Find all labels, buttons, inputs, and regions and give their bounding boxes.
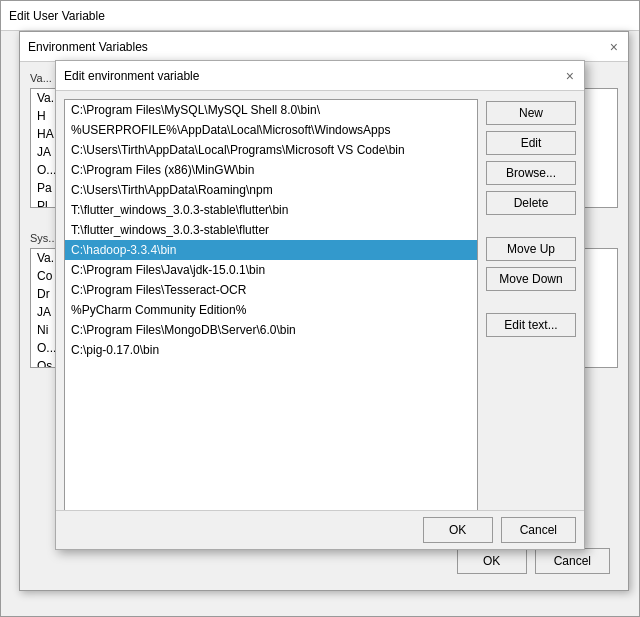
- edit-env-ok-button[interactable]: OK: [423, 517, 493, 543]
- path-item[interactable]: %USERPROFILE%\AppData\Local\Microsoft\Wi…: [65, 120, 477, 140]
- path-item[interactable]: C:\Program Files\MySQL\MySQL Shell 8.0\b…: [65, 100, 477, 120]
- path-item-selected[interactable]: C:\hadoop-3.3.4\bin: [65, 240, 477, 260]
- path-item[interactable]: C:\pig-0.17.0\bin: [65, 340, 477, 360]
- path-item[interactable]: C:\Users\Tirth\AppData\Roaming\npm: [65, 180, 477, 200]
- env-cancel-button[interactable]: Cancel: [535, 548, 610, 574]
- edit-text-button[interactable]: Edit text...: [486, 313, 576, 337]
- new-button[interactable]: New: [486, 101, 576, 125]
- edit-env-cancel-button[interactable]: Cancel: [501, 517, 576, 543]
- action-buttons-panel: New Edit Browse... Delete Move Up Move D…: [486, 99, 576, 541]
- env-variables-title: Environment Variables: [28, 40, 148, 54]
- path-list[interactable]: C:\Program Files\MySQL\MySQL Shell 8.0\b…: [64, 99, 478, 541]
- edit-env-close-button[interactable]: ×: [564, 69, 576, 83]
- path-item[interactable]: C:\Program Files (x86)\MinGW\bin: [65, 160, 477, 180]
- env-ok-button[interactable]: OK: [457, 548, 527, 574]
- path-item[interactable]: %PyCharm Community Edition%: [65, 300, 477, 320]
- env-variables-titlebar: Environment Variables ×: [20, 32, 628, 62]
- edit-env-variable-dialog: Edit environment variable × C:\Program F…: [55, 60, 585, 550]
- move-down-button[interactable]: Move Down: [486, 267, 576, 291]
- path-item[interactable]: T:\flutter_windows_3.0.3-stable\flutter: [65, 220, 477, 240]
- edit-env-content: C:\Program Files\MySQL\MySQL Shell 8.0\b…: [56, 91, 584, 549]
- env-variables-close-button[interactable]: ×: [608, 40, 620, 54]
- path-list-area: C:\Program Files\MySQL\MySQL Shell 8.0\b…: [64, 99, 478, 541]
- path-item[interactable]: C:\Program Files\Tesseract-OCR: [65, 280, 477, 300]
- button-spacer: [486, 221, 576, 231]
- edit-user-variable-titlebar: Edit User Variable: [1, 1, 639, 31]
- path-item[interactable]: C:\Program Files\MongoDB\Server\6.0\bin: [65, 320, 477, 340]
- path-item[interactable]: C:\Users\Tirth\AppData\Local\Programs\Mi…: [65, 140, 477, 160]
- edit-env-footer: OK Cancel: [56, 510, 584, 549]
- edit-user-variable-title: Edit User Variable: [9, 9, 105, 23]
- edit-env-title: Edit environment variable: [64, 69, 199, 83]
- edit-button[interactable]: Edit: [486, 131, 576, 155]
- path-item[interactable]: C:\Program Files\Java\jdk-15.0.1\bin: [65, 260, 477, 280]
- button-spacer-2: [486, 297, 576, 307]
- delete-button[interactable]: Delete: [486, 191, 576, 215]
- edit-env-titlebar: Edit environment variable ×: [56, 61, 584, 91]
- path-item[interactable]: T:\flutter_windows_3.0.3-stable\flutter\…: [65, 200, 477, 220]
- move-up-button[interactable]: Move Up: [486, 237, 576, 261]
- browse-button[interactable]: Browse...: [486, 161, 576, 185]
